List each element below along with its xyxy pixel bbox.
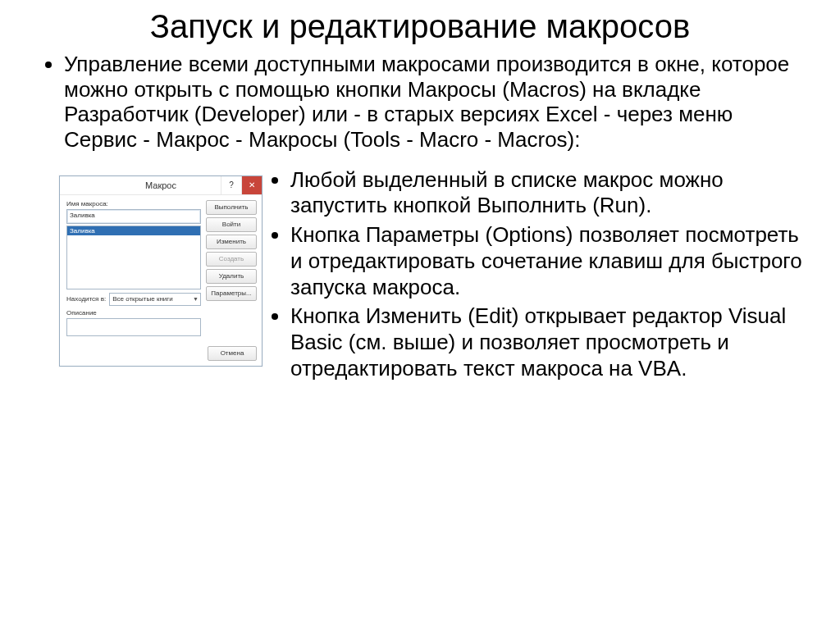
description-box	[66, 318, 201, 336]
help-button[interactable]: ?	[221, 176, 241, 194]
side-bullets: Любой выделенный в списке макрос можно з…	[267, 167, 807, 382]
bullet-options: Кнопка Параметры (Options) позволяет пос…	[290, 222, 807, 300]
macro-list[interactable]: Заливка	[66, 226, 201, 289]
description-label: Описание	[66, 309, 201, 317]
page-title: Запуск и редактирование макросов	[33, 8, 807, 45]
intro-text: Управление всеми доступными макросами пр…	[64, 52, 807, 153]
cancel-button[interactable]: Отмена	[208, 346, 257, 361]
intro-list: Управление всеми доступными макросами пр…	[33, 52, 807, 153]
located-in-label: Находится в:	[66, 295, 106, 303]
dialog-title-text: Макрос	[145, 180, 176, 190]
macro-name-input[interactable]: Заливка	[66, 209, 201, 224]
macros-dialog: Макрос ? ✕ Имя макроса: Заливка Заливка …	[59, 175, 262, 367]
macro-list-selected-item[interactable]: Заливка	[67, 226, 200, 235]
located-in-combo[interactable]: Все открытые книги ▼	[109, 293, 201, 306]
bullet-run: Любой выделенный в списке макрос можно з…	[290, 167, 807, 219]
chevron-down-icon: ▼	[193, 296, 199, 302]
step-into-button[interactable]: Войти	[206, 217, 257, 232]
located-in-value: Все открытые книги	[112, 295, 173, 303]
dialog-titlebar: Макрос ? ✕	[60, 176, 262, 195]
macros-dialog-screenshot: Макрос ? ✕ Имя макроса: Заливка Заливка …	[59, 175, 262, 367]
run-button[interactable]: Выполнить	[206, 200, 257, 215]
create-button[interactable]: Создать	[206, 252, 257, 267]
close-button[interactable]: ✕	[241, 176, 262, 194]
name-label: Имя макроса:	[66, 200, 201, 207]
delete-button[interactable]: Удалить	[206, 269, 257, 284]
options-button[interactable]: Параметры...	[206, 286, 257, 301]
edit-button[interactable]: Изменить	[206, 235, 257, 249]
bullet-edit: Кнопка Изменить (Edit) открывает редакто…	[290, 303, 807, 381]
